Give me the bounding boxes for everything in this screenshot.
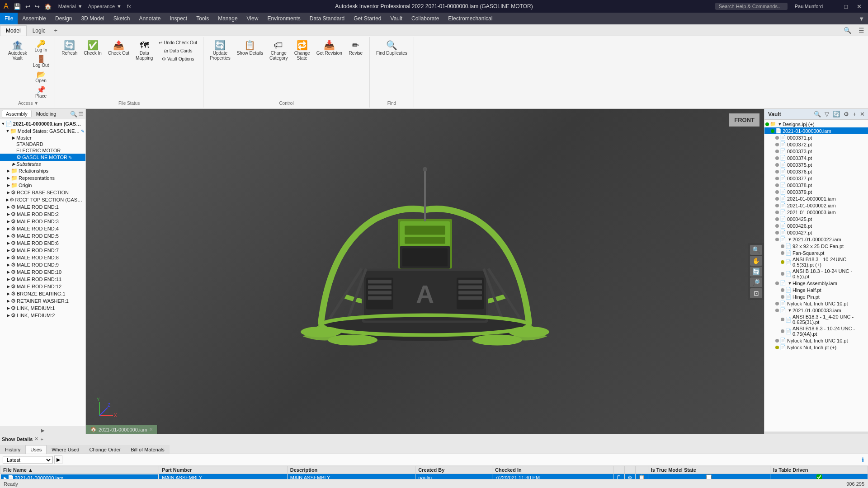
edit-gasoline-icon[interactable]: ✎: [68, 155, 72, 160]
ribbon-btn-showdetails[interactable]: 📋 Show Details: [234, 39, 266, 57]
tree-item-male-rod-1[interactable]: ▶ ⚙ MALE ROD END:1: [0, 203, 85, 211]
tree-item-male-rod-10[interactable]: ▶ ⚙ MALE ROD END:10: [0, 268, 85, 276]
right-panel-resize-handle[interactable]: [764, 432, 868, 434]
tab-model[interactable]: Model: [0, 25, 27, 36]
vault-item-372[interactable]: 📄 0000372.pt: [764, 141, 868, 148]
vault-item-ansi1[interactable]: 📄 ANSI B18.3 - 10-24UNC - 0.5(31).pt (+): [764, 256, 868, 268]
tree-item-male-rod-9[interactable]: ▶ ⚙ MALE ROD END:9: [0, 261, 85, 268]
tree-item-electric-motor[interactable]: ELECTRIC MOTOR: [0, 147, 85, 154]
model-tab-close[interactable]: ✕: [149, 427, 153, 432]
ribbon-btn-checkin[interactable]: ✅ Check In: [81, 39, 104, 57]
ribbon-btn-findduplicates[interactable]: 🔍 Find Duplicates: [373, 39, 410, 57]
expand-representations[interactable]: ▶: [5, 176, 11, 180]
vault-add-btn[interactable]: +: [851, 110, 858, 118]
ribbon-btn-refresh[interactable]: 🔄 Refresh: [59, 39, 80, 57]
ribbon-btn-getrevision[interactable]: 📥 Get Revision: [314, 39, 345, 57]
ribbon-btn-vault[interactable]: 🏦 AutodeskVault: [5, 39, 30, 62]
appearance-dropdown-icon[interactable]: ▼: [117, 4, 122, 9]
expand-relationships[interactable]: ▶: [5, 169, 11, 173]
tab-assembly[interactable]: Assembly: [2, 110, 32, 118]
vault-refresh-btn[interactable]: 🔄: [831, 110, 841, 118]
vault-item-designs[interactable]: 📁 ▼ Designs.ipj (+): [764, 121, 868, 127]
vault-item-0001[interactable]: 📄 2021-01-0000001.iam: [764, 195, 868, 202]
expand-rccf-base[interactable]: ▶: [5, 190, 11, 195]
expand-retainer[interactable]: ▶: [5, 299, 11, 303]
pan-btn[interactable]: ✋: [750, 256, 762, 266]
ribbon-btn-changecategory[interactable]: 🏷 ChangeCategory: [267, 39, 291, 62]
menu-annotate[interactable]: Annotate: [134, 13, 165, 24]
expand-0022[interactable]: ▼: [787, 237, 793, 242]
tree-item-male-rod-6[interactable]: ▶ ⚙ MALE ROD END:6: [0, 239, 85, 247]
vault-item-426[interactable]: 📄 0000426.pt: [764, 222, 868, 229]
tree-item-substitutes[interactable]: ▶ Substitutes: [0, 161, 85, 167]
ribbon-collapse-icon[interactable]: ▼: [855, 15, 868, 22]
expand-male-rod-3[interactable]: ▶: [5, 219, 11, 224]
vault-item-371[interactable]: 📄 0000371.pt: [764, 134, 868, 141]
vault-settings-btn[interactable]: ⚙: [842, 110, 850, 118]
expand-link1[interactable]: ▶: [5, 306, 11, 310]
left-panel-search-icon[interactable]: 🔍: [70, 111, 77, 117]
expand-hinge[interactable]: ▼: [787, 281, 793, 286]
tree-item-rccf-base[interactable]: ▶ ⚙ RCCF BASE SECTION: [0, 189, 85, 196]
tree-item-root[interactable]: ▼ 📄 2021-01-0000000.iam (GASOLINE M...: [0, 120, 85, 127]
vault-item-dc-fan[interactable]: 📄 92 x 92 x 25 DC Fan.pt: [764, 243, 868, 249]
tab-modeling[interactable]: Modeling: [33, 110, 60, 117]
vault-item-main-iam[interactable]: 📄 2021-01-0000000.iam: [764, 127, 868, 134]
tree-item-model-states[interactable]: ▼ 📁 Model States: GASOLINE MOTOR ✎: [0, 127, 85, 135]
vault-item-379[interactable]: 📄 0000379.pt: [764, 188, 868, 195]
expand-designs[interactable]: ▼: [777, 122, 783, 127]
tree-item-origin[interactable]: ▶ 📁 Origin: [0, 182, 85, 189]
minimize-btn[interactable]: —: [826, 2, 838, 11]
tree-item-male-rod-12[interactable]: ▶ ⚙ MALE ROD END:12: [0, 283, 85, 290]
bottom-panel-add-btn[interactable]: +: [40, 436, 43, 442]
quick-access-save[interactable]: 💾: [12, 2, 22, 11]
quick-access-redo[interactable]: ↪: [33, 2, 41, 11]
tab-search-icon[interactable]: 🔍: [840, 25, 855, 36]
menu-sketch[interactable]: Sketch: [109, 13, 135, 24]
menu-data-standard[interactable]: Data Standard: [305, 13, 349, 24]
vault-item-374[interactable]: 📄 0000374.pt: [764, 155, 868, 161]
expand-0033[interactable]: ▼: [787, 308, 793, 313]
quick-access-undo[interactable]: ↩: [24, 2, 32, 11]
menu-design[interactable]: Design: [51, 13, 76, 24]
edit-icon[interactable]: ✎: [81, 129, 85, 134]
expand-male-rod-8[interactable]: ▶: [5, 255, 11, 260]
tree-item-male-rod-5[interactable]: ▶ ⚙ MALE ROD END:5: [0, 232, 85, 239]
vault-item-373[interactable]: 📄 0000373.pt: [764, 148, 868, 155]
close-btn-window[interactable]: ✕: [854, 2, 864, 11]
quick-access-home[interactable]: 🏠: [43, 2, 53, 11]
material-dropdown-icon[interactable]: ▼: [78, 4, 83, 9]
bottom-tab-uses[interactable]: Uses: [25, 445, 47, 454]
ribbon-btn-datacards[interactable]: 🗂 Data Cards: [156, 47, 199, 55]
vault-item-425[interactable]: 📄 0000425.pt: [764, 216, 868, 222]
ribbon-btn-datamapping[interactable]: 🗺 DataMapping: [133, 39, 156, 62]
vault-item-nylock1[interactable]: 📄 Nylock Nut, Inch UNC 10.pt: [764, 300, 868, 307]
menu-view[interactable]: View: [242, 13, 263, 24]
expand-male-rod-9[interactable]: ▶: [5, 263, 11, 267]
left-panel-menu-icon[interactable]: ☰: [78, 111, 84, 117]
vault-item-377[interactable]: 📄 0000377.pt: [764, 175, 868, 182]
menu-get-started[interactable]: Get Started: [349, 13, 386, 24]
tab-add-icon[interactable]: +: [51, 25, 60, 36]
expand-male-rod-6[interactable]: ▶: [5, 241, 11, 245]
vault-item-0022[interactable]: 📄 ▼ 2021-01-0000022.iam: [764, 236, 868, 243]
ribbon-btn-checkout[interactable]: 📤 Check Out: [105, 39, 132, 57]
fit-btn[interactable]: ⊡: [750, 288, 762, 298]
tree-item-gasoline-motor[interactable]: ⚙ GASOLINE MOTOR ✎: [0, 154, 85, 161]
filter-apply-btn[interactable]: ▶: [54, 455, 62, 464]
tree-item-link-medium-2[interactable]: ▶ ⚙ LINK, MEDIUM:2: [0, 312, 85, 319]
vault-item-376[interactable]: 📄 0000376.pt: [764, 168, 868, 175]
expand-male-rod-11[interactable]: ▶: [5, 277, 11, 282]
menu-inspect[interactable]: Inspect: [165, 13, 192, 24]
expand-male-rod-2[interactable]: ▶: [5, 212, 11, 216]
expand-model-states[interactable]: ▼: [5, 129, 10, 133]
vault-item-378[interactable]: 📄 0000378.pt: [764, 182, 868, 188]
zoom-out-btn[interactable]: 🔎: [750, 277, 762, 287]
tree-item-male-rod-4[interactable]: ▶ ⚙ MALE ROD END:4: [0, 225, 85, 232]
ribbon-btn-changestate[interactable]: 🔁 ChangeState: [292, 39, 313, 62]
vault-item-hinge-half[interactable]: 📄 Hinge Half.pt: [764, 286, 868, 293]
maximize-btn[interactable]: □: [841, 2, 850, 11]
expand-male-rod-5[interactable]: ▶: [5, 234, 11, 238]
ribbon-btn-vaultoptions[interactable]: ⚙ Vault Options: [156, 55, 199, 63]
tree-item-standard[interactable]: STANDARD: [0, 141, 85, 147]
